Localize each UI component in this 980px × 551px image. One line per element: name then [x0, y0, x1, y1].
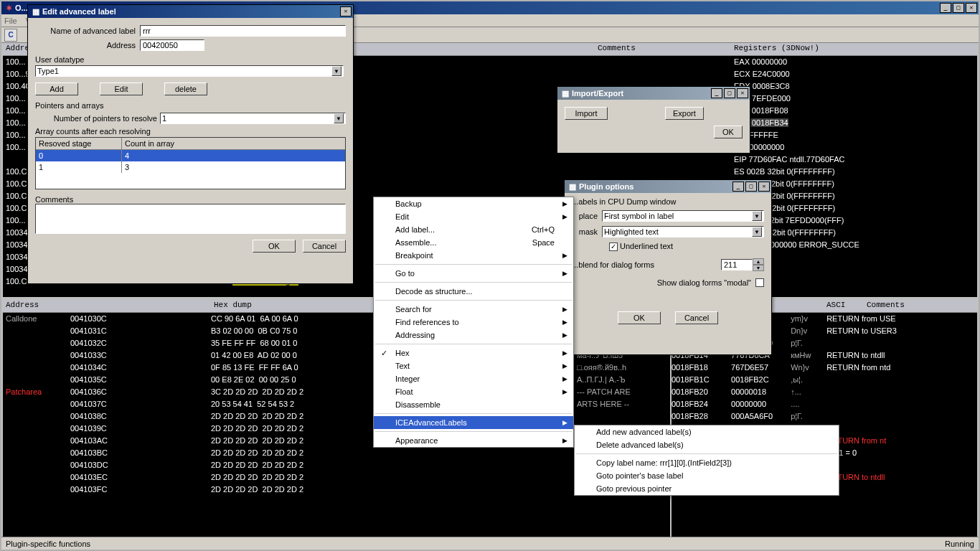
status-right: Running: [945, 540, 974, 548]
import-titlebar[interactable]: ▦ Import/Export _ □ ✕: [557, 87, 750, 100]
menu-integer[interactable]: Integer▶: [374, 372, 573, 385]
header-ascii: ASCI: [824, 300, 864, 313]
dialog-icon: ▦: [569, 182, 576, 192]
edit-button[interactable]: Edit: [100, 83, 143, 95]
menu-file[interactable]: File: [4, 17, 17, 25]
menu-goto[interactable]: Go to▶: [374, 267, 573, 280]
status-left: Plugin-specific functions: [6, 540, 90, 548]
menu-ice-advanced-labels[interactable]: ICEAdvancedLabels▶: [374, 416, 573, 429]
menu-backup[interactable]: Backup▶: [374, 197, 573, 210]
toolbar-cpu-button[interactable]: C: [4, 29, 17, 42]
pointer-count-select[interactable]: 1▼: [160, 113, 346, 124]
export-button[interactable]: Export: [665, 107, 704, 120]
minimize-button[interactable]: _: [711, 88, 722, 98]
menu-addressing[interactable]: Addressing▶: [374, 329, 573, 342]
maximize-button[interactable]: □: [724, 88, 735, 98]
menu-breakpoint[interactable]: Breakpoint▶: [374, 249, 573, 262]
place-select[interactable]: First symbol in label▼: [602, 210, 764, 222]
menu-appearance[interactable]: Appearance▶: [374, 434, 573, 447]
menu-text[interactable]: Text▶: [374, 359, 573, 372]
maximize-button[interactable]: □: [745, 182, 757, 192]
menu-decode[interactable]: Decode as structure...: [374, 285, 573, 298]
close-button[interactable]: ✕: [758, 182, 770, 192]
import-export-dialog[interactable]: ▦ Import/Export _ □ ✕ Import Export OK: [557, 86, 750, 154]
plugin-options-dialog[interactable]: ▦ Plugin options _ □ ✕ ...abels in CPU D…: [564, 179, 772, 355]
menu-edit[interactable]: Edit▶: [374, 210, 573, 223]
cancel-button[interactable]: Cancel: [303, 240, 346, 253]
submenu-add[interactable]: Add new advanced label(s): [575, 425, 839, 438]
ok-button[interactable]: OK: [618, 311, 661, 324]
address-input[interactable]: 00420050: [140, 39, 204, 51]
minimize-button[interactable]: _: [732, 182, 744, 192]
underline-checkbox[interactable]: ✓: [609, 242, 618, 251]
close-button[interactable]: ✕: [966, 3, 977, 13]
context-menu[interactable]: Backup▶ Edit▶ Add label...Ctrl+Q Assembl…: [373, 197, 574, 448]
dump-address-pane[interactable]: Calldone0041030C0041031C0041032C0041033C…: [3, 313, 211, 537]
mask-select[interactable]: Highlighted text▼: [602, 226, 764, 237]
header-dump-address: Address: [3, 300, 211, 313]
menu-disassemble[interactable]: Disassemble: [374, 398, 573, 411]
menu-search[interactable]: Search for▶: [374, 303, 573, 316]
blend-input[interactable]: 211: [721, 259, 753, 270]
submenu-delete[interactable]: Delete advanced label(s): [575, 438, 839, 451]
modal-checkbox[interactable]: [755, 278, 764, 287]
datatype-select[interactable]: Type1▼: [35, 65, 344, 77]
ok-button[interactable]: OK: [714, 126, 743, 138]
minimize-button[interactable]: _: [940, 3, 951, 13]
menu-add-label[interactable]: Add label...Ctrl+Q: [374, 223, 573, 236]
submenu-goto-base[interactable]: Goto pointer's base label: [575, 469, 839, 482]
edit-close-button[interactable]: ✕: [340, 6, 352, 17]
menu-assemble[interactable]: Assemble...Space: [374, 236, 573, 249]
plugin-titlebar[interactable]: ▦ Plugin options _ □ ✕: [565, 180, 771, 193]
header-stack-comments: Comments: [864, 300, 977, 313]
import-button[interactable]: Import: [565, 107, 608, 120]
array-table[interactable]: Resoved stage Count in array 0 4 1 3: [35, 137, 346, 189]
label-name-input[interactable]: rrr: [140, 25, 346, 37]
submenu-ice[interactable]: Add new advanced label(s) Delete advance…: [574, 425, 839, 496]
comments-textarea[interactable]: [35, 204, 346, 234]
dialog-icon: ▦: [32, 7, 39, 17]
ok-button[interactable]: OK: [253, 240, 296, 253]
status-bar: Plugin-specific functions Running: [1, 537, 979, 550]
maximize-button[interactable]: □: [953, 3, 964, 13]
menu-float[interactable]: Float▶: [374, 385, 573, 398]
delete-button[interactable]: delete: [164, 83, 207, 95]
app-icon: ✶: [6, 4, 12, 13]
cancel-button[interactable]: Cancel: [675, 311, 718, 324]
submenu-goto-prev[interactable]: Goto previous pointer: [575, 482, 839, 495]
menu-hex[interactable]: ✓Hex▶: [374, 347, 573, 359]
submenu-copy[interactable]: Copy label name: rrr[1][0].(IntField2[3]…: [575, 456, 839, 469]
edit-advanced-label-dialog[interactable]: ▦ Edit advanced label ✕ Name of advanced…: [27, 4, 354, 284]
header-comments: Comments: [595, 43, 731, 56]
menu-findref[interactable]: Find references to▶: [374, 316, 573, 329]
add-button[interactable]: Add: [35, 83, 78, 95]
header-registers: Registers (3DNow!): [731, 43, 977, 56]
close-button[interactable]: ✕: [737, 88, 748, 98]
edit-dialog-titlebar[interactable]: ▦ Edit advanced label ✕: [28, 5, 353, 18]
dialog-icon: ▦: [562, 89, 569, 98]
